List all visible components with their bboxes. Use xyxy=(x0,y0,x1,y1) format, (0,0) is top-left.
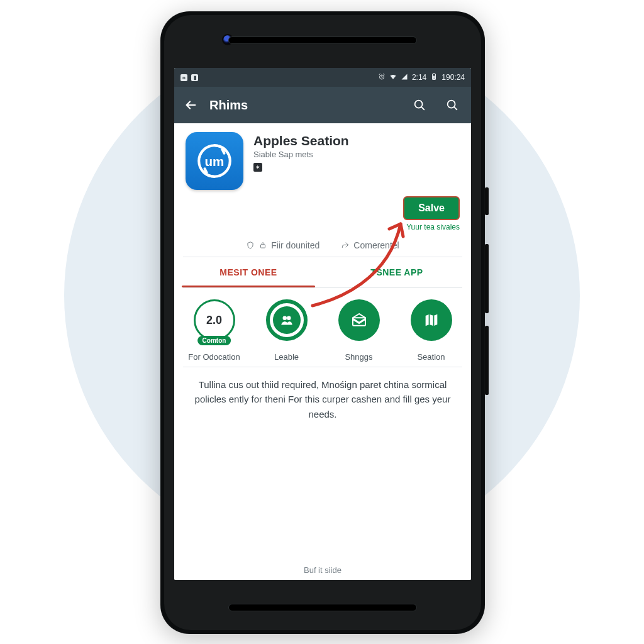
app-description: Tullina cus out thiid required, Mnośign … xyxy=(174,367,471,421)
feature-map[interactable]: Seation xyxy=(401,299,462,362)
wifi-icon xyxy=(389,73,397,82)
tab-details[interactable]: MESIT ONEE xyxy=(174,257,323,287)
status-signal-text: 2:14 xyxy=(412,73,426,82)
people-icon xyxy=(279,312,295,328)
status-clock: 190:24 xyxy=(441,73,465,82)
tab-reviews-label: TSNEE APP xyxy=(370,267,423,277)
bottom-speaker xyxy=(228,604,417,611)
share-icon xyxy=(341,241,350,250)
back-button[interactable] xyxy=(177,91,204,119)
svg-rect-8 xyxy=(261,245,265,248)
appbar-title: Rhims xyxy=(209,98,401,113)
battery-icon xyxy=(430,73,438,82)
tab-reviews[interactable]: TSNEE APP xyxy=(323,257,471,287)
volume-up-button xyxy=(485,244,489,313)
messages-circle xyxy=(338,299,380,341)
power-button xyxy=(485,187,489,215)
chip-downloads: Fiir dounited xyxy=(246,240,319,250)
status-bar: n ▮ 2:14 190:24 xyxy=(174,68,471,87)
app-bar: Rhims xyxy=(174,87,471,123)
info-chips: Fiir dounited Comerentel xyxy=(174,231,471,257)
search-icon xyxy=(413,98,426,112)
svg-point-9 xyxy=(282,316,287,321)
chip-category: Comerentel xyxy=(341,240,399,250)
app-developer: Siable Sap mets xyxy=(253,150,460,159)
svg-text:um: um xyxy=(205,154,225,169)
notification-icon: ▮ xyxy=(191,74,198,81)
rating-pill: Comton xyxy=(197,336,231,345)
chip-category-label: Comerentel xyxy=(353,240,399,250)
earpiece xyxy=(228,36,417,44)
feature-map-label: Seation xyxy=(417,352,445,362)
chip-downloads-label: Fiir dounited xyxy=(271,240,319,250)
tab-details-label: MESIT ONEE xyxy=(219,267,277,277)
alarm-icon xyxy=(378,73,386,82)
feature-messages-label: Shnggs xyxy=(345,352,372,362)
svg-point-10 xyxy=(287,316,291,321)
svg-rect-11 xyxy=(353,318,365,326)
arrow-left-icon xyxy=(184,98,197,112)
install-button[interactable]: Salve xyxy=(403,196,460,220)
svg-rect-3 xyxy=(433,73,435,74)
notification-icon: n xyxy=(180,74,187,81)
phone-frame: n ▮ 2:14 190:24 Rhims xyxy=(160,11,485,634)
search-icon xyxy=(445,98,459,112)
lock-icon xyxy=(258,241,267,250)
map-icon xyxy=(423,311,440,329)
cell-signal-icon xyxy=(401,73,408,82)
community-circle xyxy=(266,299,308,341)
shield-icon xyxy=(246,241,255,250)
feature-community[interactable]: Leable xyxy=(256,299,318,362)
feature-rating[interactable]: 2.0 Comton For Odocation xyxy=(184,299,245,362)
phone-screen: n ▮ 2:14 190:24 Rhims xyxy=(174,68,471,580)
app-rating-badge-icon: ✶ xyxy=(253,163,262,172)
install-note: Yuur tea sivales xyxy=(174,220,471,231)
feature-rating-label: For Odocation xyxy=(188,352,240,362)
map-circle xyxy=(411,299,452,341)
feature-community-label: Leable xyxy=(274,352,299,362)
footer-hint: Buf it siide xyxy=(174,565,471,575)
app-icon[interactable]: um xyxy=(186,132,243,190)
app-title: Apples Seation xyxy=(253,133,460,148)
rating-circle: 2.0 Comton xyxy=(194,299,235,341)
app-listing: um Apples Seation Siable Sap mets ✶ Salv… xyxy=(174,123,471,580)
volume-down-button xyxy=(485,326,489,395)
feature-row: 2.0 Comton For Odocation Leable xyxy=(174,288,471,367)
app-logo-icon: um xyxy=(194,140,235,182)
search-button[interactable] xyxy=(406,91,433,119)
mail-icon xyxy=(350,311,369,330)
search-button-secondary[interactable] xyxy=(438,91,466,119)
svg-rect-2 xyxy=(433,75,435,79)
feature-messages[interactable]: Shnggs xyxy=(328,299,390,362)
tabs: MESIT ONEE TSNEE APP xyxy=(174,257,471,287)
rating-value: 2.0 xyxy=(206,314,222,327)
